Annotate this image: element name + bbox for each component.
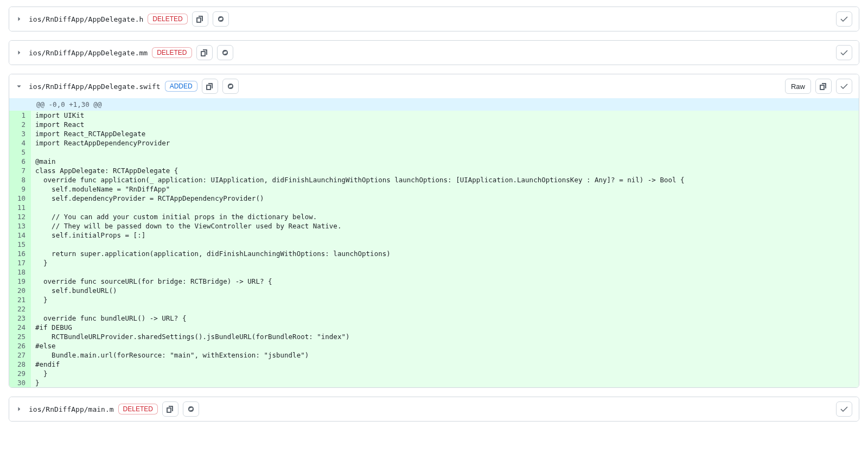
copy-path-button[interactable] xyxy=(162,401,178,417)
line-number[interactable]: 23 xyxy=(9,314,31,323)
line-number[interactable]: 1 xyxy=(9,111,31,120)
chevron-right-icon[interactable] xyxy=(16,406,24,412)
code-content: #else xyxy=(31,341,859,350)
line-number[interactable]: 8 xyxy=(9,175,31,184)
copy-path-button[interactable] xyxy=(192,11,208,27)
line-number[interactable]: 2 xyxy=(9,120,31,129)
line-number[interactable]: 15 xyxy=(9,240,31,249)
diff-line[interactable]: 14 self.initialProps = [:] xyxy=(9,231,859,240)
status-badge: DELETED xyxy=(118,404,158,414)
file-path[interactable]: ios/RnDiffApp/AppDelegate.swift xyxy=(29,82,161,91)
chevron-right-icon[interactable] xyxy=(16,16,24,22)
line-number[interactable]: 19 xyxy=(9,277,31,286)
diff-line[interactable]: 8 override func application(_ applicatio… xyxy=(9,175,859,184)
diff-line[interactable]: 9 self.moduleName = "RnDiffApp" xyxy=(9,184,859,194)
line-number[interactable]: 10 xyxy=(9,194,31,203)
link-icon xyxy=(221,48,229,57)
diff-line[interactable]: 10 self.dependencyProvider = RCTAppDepen… xyxy=(9,194,859,203)
diff-line[interactable]: 12 // You can add your custom initial pr… xyxy=(9,212,859,221)
diff-line[interactable]: 26#else xyxy=(9,341,859,350)
chevron-down-icon[interactable] xyxy=(16,83,24,90)
file-path[interactable]: ios/RnDiffApp/AppDelegate.h xyxy=(29,15,143,23)
file-header: ios/RnDiffApp/AppDelegate.mmDELETED xyxy=(9,41,859,65)
code-content: } xyxy=(31,378,859,387)
line-number[interactable]: 28 xyxy=(9,360,31,369)
mark-viewed-button[interactable] xyxy=(836,79,852,94)
mark-viewed-button[interactable] xyxy=(836,401,852,417)
copy-path-button[interactable] xyxy=(196,45,213,60)
line-number[interactable]: 9 xyxy=(9,184,31,194)
file-path[interactable]: ios/RnDiffApp/AppDelegate.mm xyxy=(29,49,148,57)
code-content: #endif xyxy=(31,360,859,369)
line-number[interactable]: 21 xyxy=(9,295,31,304)
mark-viewed-button[interactable] xyxy=(836,45,852,60)
code-content xyxy=(31,240,859,249)
line-number[interactable]: 18 xyxy=(9,267,31,277)
diff-line[interactable]: 24#if DEBUG xyxy=(9,323,859,332)
diff-line[interactable]: 11 xyxy=(9,203,859,212)
diff-line[interactable]: 29 } xyxy=(9,369,859,378)
diff-line[interactable]: 6@main xyxy=(9,157,859,166)
code-content: Bundle.main.url(forResource: "main", wit… xyxy=(31,350,859,360)
line-number[interactable]: 13 xyxy=(9,221,31,231)
line-number[interactable]: 29 xyxy=(9,369,31,378)
diff-line[interactable]: 17 } xyxy=(9,258,859,267)
line-number[interactable]: 14 xyxy=(9,231,31,240)
diff-line[interactable]: 18 xyxy=(9,267,859,277)
copy-icon xyxy=(166,405,175,413)
permalink-button[interactable] xyxy=(183,401,199,417)
line-number[interactable]: 4 xyxy=(9,138,31,148)
diff-line[interactable]: 7class AppDelegate: RCTAppDelegate { xyxy=(9,166,859,175)
line-number[interactable]: 17 xyxy=(9,258,31,267)
line-number[interactable]: 25 xyxy=(9,332,31,341)
permalink-button[interactable] xyxy=(213,11,229,27)
diff-line[interactable]: 16 return super.application(application,… xyxy=(9,249,859,258)
diff-line[interactable]: 5 xyxy=(9,148,859,157)
line-number[interactable]: 12 xyxy=(9,212,31,221)
code-content: import React_RCTAppDelegate xyxy=(31,129,859,138)
line-number[interactable]: 20 xyxy=(9,286,31,295)
diff-line[interactable]: 27 Bundle.main.url(forResource: "main", … xyxy=(9,350,859,360)
file-diff-box: ios/RnDiffApp/AppDelegate.swiftADDEDRaw@… xyxy=(9,74,859,388)
diff-line[interactable]: 23 override func bundleURL() -> URL? { xyxy=(9,314,859,323)
copy-path-button[interactable] xyxy=(202,79,218,94)
diff-line[interactable]: 25 RCTBundleURLProvider.sharedSettings()… xyxy=(9,332,859,341)
code-content: self.bundleURL() xyxy=(31,286,859,295)
diff-line[interactable]: 20 self.bundleURL() xyxy=(9,286,859,295)
diff-line[interactable]: 4import ReactAppDependencyProvider xyxy=(9,138,859,148)
line-number[interactable]: 16 xyxy=(9,249,31,258)
chevron-right-icon[interactable] xyxy=(16,49,24,56)
diff-line[interactable]: 19 override func sourceURL(for bridge: R… xyxy=(9,277,859,286)
diff-line[interactable]: 3import React_RCTAppDelegate xyxy=(9,129,859,138)
permalink-button[interactable] xyxy=(217,45,233,60)
code-content: self.dependencyProvider = RCTAppDependen… xyxy=(31,194,859,203)
copy-icon xyxy=(200,48,209,57)
line-number[interactable]: 6 xyxy=(9,157,31,166)
diff-line[interactable]: 15 xyxy=(9,240,859,249)
code-content: #if DEBUG xyxy=(31,323,859,332)
diff-line[interactable]: 2import React xyxy=(9,120,859,129)
file-header: ios/RnDiffApp/AppDelegate.swiftADDEDRaw xyxy=(9,74,859,98)
permalink-button[interactable] xyxy=(222,79,239,94)
diff-line[interactable]: 21 } xyxy=(9,295,859,304)
code-content: } xyxy=(31,295,859,304)
line-number[interactable]: 22 xyxy=(9,304,31,314)
copy-raw-button[interactable] xyxy=(815,79,832,94)
diff-line[interactable]: 30} xyxy=(9,378,859,387)
line-number[interactable]: 27 xyxy=(9,350,31,360)
diff-line[interactable]: 22 xyxy=(9,304,859,314)
line-number[interactable]: 26 xyxy=(9,341,31,350)
diff-line[interactable]: 28#endif xyxy=(9,360,859,369)
code-content: override func application(_ application:… xyxy=(31,175,859,184)
diff-line[interactable]: 1import UIKit xyxy=(9,111,859,120)
line-number[interactable]: 7 xyxy=(9,166,31,175)
line-number[interactable]: 11 xyxy=(9,203,31,212)
mark-viewed-button[interactable] xyxy=(836,11,852,27)
line-number[interactable]: 24 xyxy=(9,323,31,332)
raw-button[interactable]: Raw xyxy=(785,79,811,94)
file-path[interactable]: ios/RnDiffApp/main.m xyxy=(29,405,114,413)
line-number[interactable]: 5 xyxy=(9,148,31,157)
line-number[interactable]: 3 xyxy=(9,129,31,138)
diff-line[interactable]: 13 // They will be passed down to the Vi… xyxy=(9,221,859,231)
line-number[interactable]: 30 xyxy=(9,378,31,387)
